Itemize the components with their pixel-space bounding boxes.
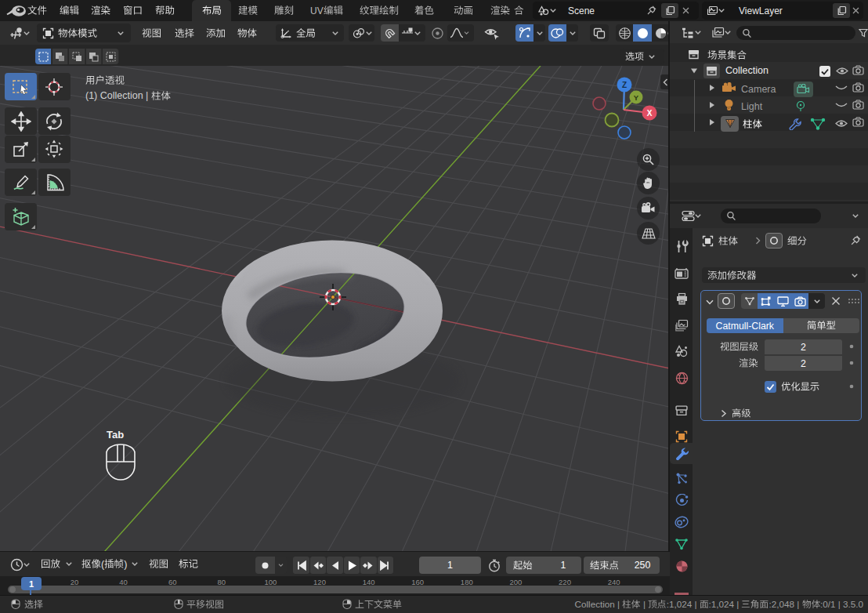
svg-text:Y: Y [634, 93, 639, 102]
svg-text:Z: Z [622, 81, 627, 89]
svg-text:X: X [647, 109, 653, 118]
